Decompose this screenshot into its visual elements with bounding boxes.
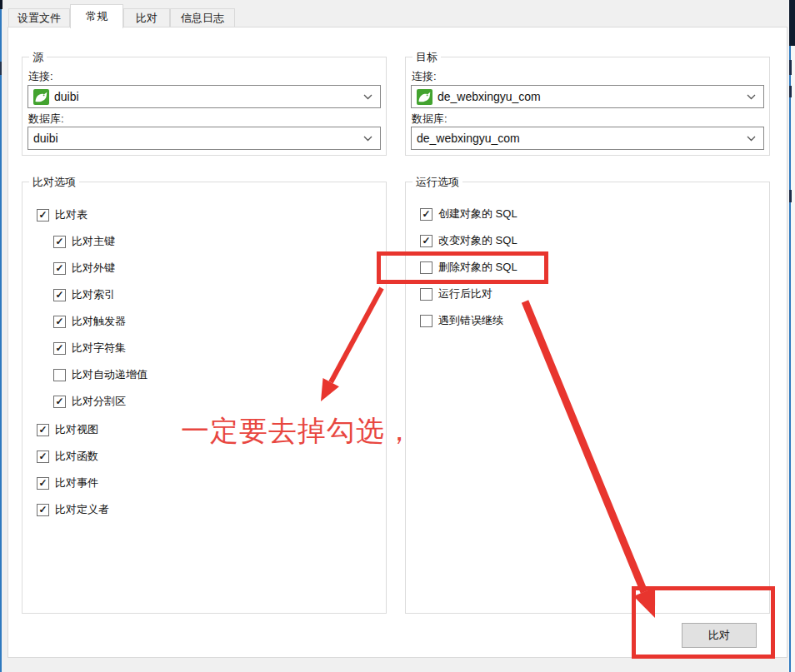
checkbox-label: 比对主键 [72,234,115,249]
checkbox-compare-charsets[interactable]: ✓比对字符集 [53,341,126,355]
checkbox-box: ✓ [53,236,66,248]
checkbox-box: ✓ [53,316,66,328]
chevron-down-icon [363,94,372,100]
checkbox-box: ✓ [420,235,432,247]
checkbox-label: 运行后比对 [438,286,492,301]
checkbox-box: ✓ [37,424,49,436]
checkbox-alter-object-sql[interactable]: ✓改变对象的 SQL [420,234,518,247]
source-connection-label: 连接: [28,69,53,84]
source-database-label: 数据库: [28,112,64,127]
window-edge-right-dark-3 [789,190,792,202]
checkbox-compare-triggers[interactable]: ✓比对触发器 [53,315,126,328]
checkbox-label: 比对自动递增值 [72,367,148,382]
target-connection-value: de_webxingyu_com [438,90,541,103]
compare-options-title: 比对选项 [29,176,79,188]
mysql-connection-icon [33,89,49,105]
tab-compare[interactable]: 比对 [123,8,170,27]
checkbox-box: ✓ [53,396,66,408]
checkbox-box: ✓ [37,477,49,490]
red-highlight-box-compare-button [632,586,775,659]
checkbox-label: 改变对象的 SQL [438,233,518,248]
tab-label: 设置文件 [18,11,61,26]
window-edge-left-dark-top [0,0,2,9]
source-connection-value: duibi [54,90,79,103]
source-connection-select[interactable]: duibi [28,85,381,108]
target-connection-select[interactable]: de_webxingyu_com [411,85,764,108]
checkbox-label: 比对字符集 [72,341,126,356]
checkbox-compare-partitions[interactable]: ✓比对分割区 [53,395,126,408]
checkbox-compare-foreign-keys[interactable]: ✓比对外键 [53,261,115,275]
chevron-down-icon [747,94,756,100]
target-group-title: 目标 [412,51,441,63]
checkbox-compare-tables[interactable]: ✓比对表 [37,208,88,222]
source-group-title: 源 [29,51,47,63]
tab-info-log[interactable]: 信息日志 [170,8,235,27]
source-database-select[interactable]: duibi [28,127,381,150]
tab-label: 比对 [136,11,158,26]
chevron-down-icon [363,136,372,142]
checkbox-label: 遇到错误继续 [438,313,503,328]
checkbox-label: 比对定义者 [55,502,109,517]
tab-profiles[interactable]: 设置文件 [8,8,70,27]
checkbox-label: 比对触发器 [72,314,126,329]
checkbox-box [420,288,432,301]
checkbox-compare-primary-keys[interactable]: ✓比对主键 [53,235,115,248]
checkbox-create-object-sql[interactable]: ✓创建对象的 SQL [420,207,518,221]
tab-general[interactable]: 常规 [70,4,123,28]
checkbox-compare-definers[interactable]: ✓比对定义者 [37,503,109,516]
checkbox-compare-after-run[interactable]: 运行后比对 [420,287,492,301]
window-edge-right-dark-2 [789,86,792,97]
checkbox-label: 比对分割区 [72,394,126,409]
checkbox-box: ✓ [53,262,66,275]
window-edge-right-dark-top [789,0,795,46]
checkbox-compare-indexes[interactable]: ✓比对索引 [53,288,115,301]
checkbox-label: 比对索引 [72,287,115,302]
tab-label: 常规 [86,9,108,24]
checkbox-label: 比对表 [55,207,88,222]
checkbox-box: ✓ [53,289,66,301]
checkbox-box: ✓ [420,208,432,221]
target-database-select[interactable]: de_webxingyu_com [411,127,764,150]
window-edge-left-dark-mid [0,62,2,75]
checkbox-continue-on-error[interactable]: 遇到错误继续 [420,314,503,327]
tab-label: 信息日志 [181,11,224,26]
run-options-title: 运行选项 [412,176,462,188]
window-edge-right-line [789,0,791,672]
checkbox-label: 比对函数 [55,449,98,464]
target-database-label: 数据库: [412,112,448,127]
checkbox-compare-auto-increment[interactable]: 比对自动递增值 [53,368,148,381]
annotation-note-text: 一定要去掉勾选， [181,414,414,447]
checkbox-compare-functions[interactable]: ✓比对函数 [37,450,98,463]
source-database-value: duibi [33,132,58,145]
target-connection-label: 连接: [412,69,437,84]
checkbox-compare-events[interactable]: ✓比对事件 [37,476,98,490]
compare-dialog: { "tabs": [ {"label": "设置文件", "active": … [0,0,795,672]
checkbox-label: 比对视图 [55,422,98,437]
window-edge-right-dark-1 [789,60,792,75]
checkbox-box [420,315,432,327]
target-database-value: de_webxingyu_com [417,132,520,145]
red-highlight-box-drop-sql [377,251,548,284]
checkbox-box [53,369,66,381]
mysql-connection-icon [417,89,432,105]
checkbox-label: 比对外键 [72,261,115,276]
checkbox-label: 创建对象的 SQL [438,207,518,222]
checkbox-compare-views[interactable]: ✓比对视图 [37,423,98,436]
checkbox-box: ✓ [37,209,49,222]
checkbox-label: 比对事件 [55,475,98,490]
checkbox-box: ✓ [37,504,49,516]
checkbox-box: ✓ [37,450,49,463]
chevron-down-icon [747,136,756,142]
checkbox-box: ✓ [53,342,66,355]
window-edge-left [0,0,2,672]
